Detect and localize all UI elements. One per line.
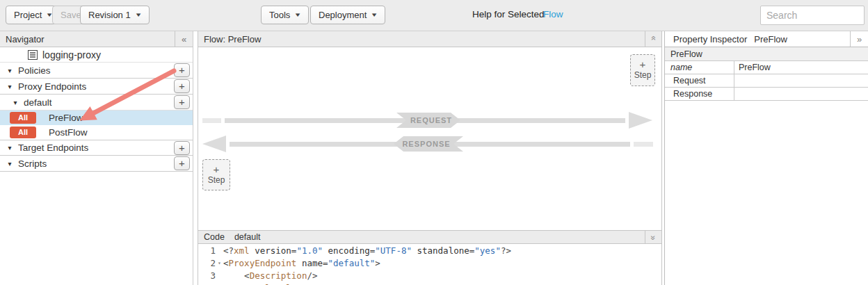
code-token-tag: ProxyEndpoint — [229, 258, 297, 268]
search-input[interactable] — [760, 6, 865, 25]
caret-down-icon: ▾ — [11, 99, 19, 106]
response-arrowhead-icon — [202, 136, 226, 152]
code-token-plain — [223, 283, 244, 285]
code-token-str: "default" — [328, 258, 376, 268]
property-value-request[interactable] — [734, 74, 868, 87]
code-collapse-button[interactable]: » — [645, 231, 661, 243]
nav-section-label: Policies — [18, 65, 51, 76]
code-line[interactable]: 2▾<ProxyEndpoint name="default"> — [198, 256, 661, 269]
property-label: Request — [665, 74, 734, 87]
nav-section-label: Target Endpoints — [18, 142, 88, 153]
property-label: name — [665, 61, 734, 74]
nav-section-label: Scripts — [18, 158, 47, 169]
nav-section-proxy-endpoints[interactable]: ▾ Proxy Endpoints + — [0, 79, 193, 95]
save-button-label: Save — [61, 10, 81, 20]
request-arrowhead-icon — [629, 112, 652, 129]
code-editor[interactable]: 1<?xml version="1.0" encoding="UTF-8" st… — [198, 244, 661, 285]
expand-right-icon: » — [857, 34, 862, 44]
deployment-menu-button[interactable]: Deployment ▼ — [310, 6, 385, 24]
code-token-str: "UTF-8" — [375, 245, 412, 256]
inspector-collapse-button[interactable]: » — [850, 31, 868, 47]
add-step-button-request[interactable]: + Step — [630, 54, 655, 86]
code-line[interactable]: 4 <FaultRules/> — [198, 282, 661, 285]
plus-icon: + — [179, 142, 185, 154]
code-token-attr: encoding= — [323, 245, 375, 256]
tools-menu-label: Tools — [269, 10, 290, 20]
chevron-down-icon: » — [649, 236, 659, 239]
top-toolbar: Project ▼ Save Revision 1 ▼ Tools ▼ Depl… — [0, 0, 868, 31]
nav-flow-label: PostFlow — [49, 127, 88, 138]
caret-down-icon: ▼ — [371, 12, 378, 18]
proxy-name-label: logging-proxy — [42, 49, 101, 60]
property-value-name[interactable]: PreFlow — [734, 61, 868, 74]
help-flow-link[interactable]: Flow — [543, 9, 563, 19]
navigator-title: Navigator — [6, 34, 45, 44]
nav-section-scripts[interactable]: ▾ Scripts + — [0, 156, 193, 172]
code-token-attr: version= — [250, 245, 297, 256]
property-inspector-title: Property Inspector — [673, 34, 747, 44]
nav-section-default[interactable]: ▾ default + — [0, 95, 193, 111]
chevron-up-icon: » — [649, 38, 659, 41]
line-number-gutter: 1 — [198, 245, 223, 256]
code-token-tag: Description — [250, 270, 307, 281]
inspector-row-request: Request — [665, 74, 868, 88]
caret-down-icon: ▼ — [294, 12, 302, 18]
plus-icon: + — [179, 157, 185, 169]
code-token-punc: /> — [302, 283, 312, 285]
caret-down-icon: ▼ — [134, 12, 142, 18]
add-proxy-endpoint-button[interactable]: + — [174, 79, 190, 93]
property-label: Response — [665, 88, 734, 100]
step-button-label: Step — [634, 70, 652, 80]
code-text: <?xml version="1.0" encoding="UTF-8" sta… — [223, 245, 511, 256]
flow-collapse-button[interactable]: » — [645, 31, 661, 47]
collapse-left-icon: « — [182, 34, 186, 44]
code-token-punc: > — [375, 258, 380, 268]
plus-icon: + — [640, 60, 646, 69]
nav-flow-label: PreFlow — [49, 113, 83, 123]
property-inspector-header: Property Inspector PreFlow » — [665, 31, 868, 47]
deployment-menu-label: Deployment — [319, 10, 367, 20]
property-value-response[interactable] — [734, 88, 868, 100]
nav-section-target-endpoints[interactable]: ▾ Target Endpoints + — [0, 140, 193, 156]
flow-editor-panel: Flow: PreFlow » + Step REQUEST RESPONSE … — [198, 31, 662, 285]
help-for-selected-label: Help for Selected — [472, 9, 545, 19]
inspector-section-label: PreFlow — [670, 49, 702, 59]
code-token-tag: FaultRules — [250, 283, 302, 285]
code-token-tag: xml — [234, 245, 250, 256]
flow-all-badge: All — [10, 112, 36, 124]
code-text: <ProxyEndpoint name="default"> — [223, 258, 380, 268]
code-tab-default[interactable]: default — [234, 232, 261, 242]
request-label: REQUEST — [410, 116, 452, 124]
property-inspector-context: PreFlow — [754, 34, 787, 44]
nav-item-proxy-root[interactable]: logging-proxy — [0, 47, 193, 63]
add-flow-button[interactable]: + — [174, 95, 190, 109]
tools-menu-button[interactable]: Tools ▼ — [261, 6, 309, 24]
add-target-endpoint-button[interactable]: + — [174, 141, 190, 155]
add-policy-button[interactable]: + — [174, 63, 190, 77]
nav-section-policies[interactable]: ▾ Policies + — [0, 63, 193, 79]
project-menu-label: Project — [14, 10, 42, 20]
add-script-button[interactable]: + — [174, 156, 190, 170]
caret-down-icon: ▾ — [6, 144, 14, 152]
nav-section-label: default — [24, 97, 52, 108]
code-line[interactable]: 1<?xml version="1.0" encoding="UTF-8" st… — [198, 244, 661, 256]
code-token-punc: <? — [223, 245, 234, 256]
flow-editor-header: Flow: PreFlow » — [198, 31, 661, 47]
sidebar-collapse-button[interactable]: « — [175, 31, 193, 47]
code-line[interactable]: 3 <Description/> — [198, 269, 661, 282]
code-panel-title: Code — [204, 232, 225, 242]
nav-item-preflow[interactable]: All PreFlow — [0, 111, 193, 125]
nav-section-label: Proxy Endpoints — [18, 81, 86, 92]
revision-menu-button[interactable]: Revision 1 ▼ — [80, 6, 150, 24]
nav-item-postflow[interactable]: All PostFlow — [0, 125, 193, 140]
line-number: 3 — [210, 270, 216, 281]
flow-editor-title: Flow: PreFlow — [204, 34, 261, 44]
code-panel-header: Code default » — [198, 230, 661, 244]
code-text: <Description/> — [223, 270, 318, 281]
code-token-str: "1.0" — [296, 245, 323, 256]
fold-caret-icon[interactable]: ▾ — [216, 260, 223, 266]
property-inspector-panel: Property Inspector PreFlow » PreFlow nam… — [664, 31, 868, 285]
add-step-button-response[interactable]: + Step — [202, 159, 230, 190]
caret-down-icon: ▾ — [6, 67, 14, 74]
navigator-header: Navigator « — [0, 31, 193, 47]
